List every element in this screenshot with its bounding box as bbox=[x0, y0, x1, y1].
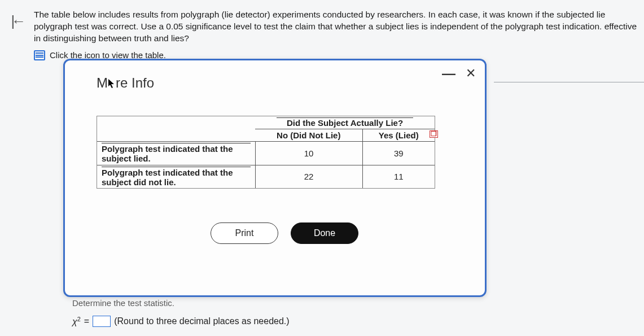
close-icon[interactable]: ✕ bbox=[466, 66, 476, 81]
cell-r2c2: 11 bbox=[362, 165, 435, 188]
question-text: The table below includes results from po… bbox=[34, 9, 644, 45]
done-button[interactable]: Done bbox=[291, 222, 358, 244]
col-header-yes: Yes (Lied)❐ bbox=[362, 129, 435, 142]
cursor-icon bbox=[108, 76, 116, 92]
cell-r1c1: 10 bbox=[255, 142, 362, 165]
print-button[interactable]: Print bbox=[211, 222, 278, 244]
table-group-header: Did the Subject Actually Lie? bbox=[255, 116, 435, 129]
modal-title: Mre Info bbox=[97, 75, 472, 91]
cell-r1c2: 39 bbox=[362, 142, 435, 165]
minimize-button[interactable]: — bbox=[442, 71, 455, 76]
round-note: (Round to three decimal places as needed… bbox=[114, 316, 289, 326]
table-row: Polygraph test indicated that the subjec… bbox=[97, 142, 435, 165]
divider bbox=[494, 82, 644, 82]
table-icon bbox=[34, 50, 45, 60]
row-label-lied: Polygraph test indicated that the subjec… bbox=[97, 142, 255, 165]
copy-icon[interactable]: ❐ bbox=[430, 130, 438, 138]
chi-square-input[interactable] bbox=[93, 316, 111, 327]
chi-square-formula: χ2 = (Round to three decimal places as n… bbox=[72, 316, 290, 327]
cell-r2c1: 22 bbox=[255, 165, 362, 188]
collapse-nav-icon[interactable]: |← bbox=[11, 12, 23, 30]
col-header-no: No (Did Not Lie) bbox=[255, 129, 362, 142]
row-label-not-lie: Polygraph test indicated that the subjec… bbox=[97, 165, 255, 188]
table-row: Polygraph test indicated that the subjec… bbox=[97, 165, 435, 188]
more-info-modal: — ✕ Mre Info Did the Subject Actually Li… bbox=[63, 59, 487, 297]
determine-label: Determine the test statistic. bbox=[72, 298, 290, 308]
contingency-table: Did the Subject Actually Lie? No (Did No… bbox=[97, 116, 435, 189]
table-corner bbox=[97, 116, 255, 142]
